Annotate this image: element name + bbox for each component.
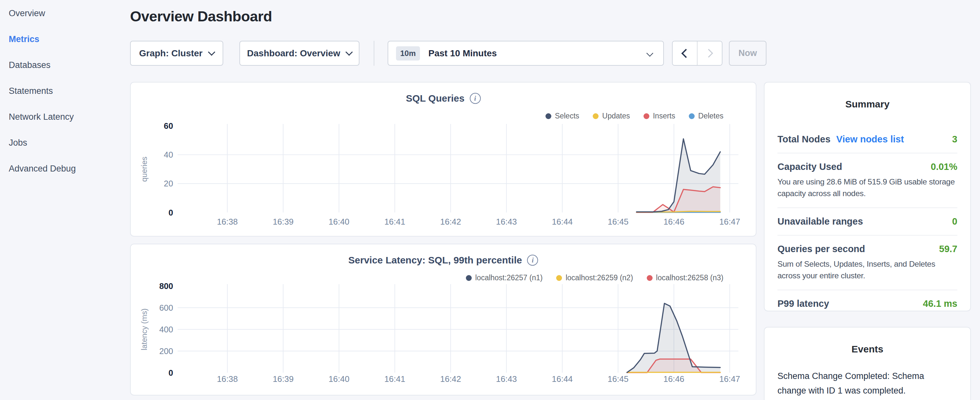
y-tick-label: 600 <box>159 303 173 312</box>
x-tick-label: 16:45 <box>608 217 628 226</box>
events-title: Events <box>778 328 957 355</box>
chevron-right-icon <box>704 49 713 57</box>
summary-row-value: 0.01% <box>931 161 957 172</box>
summary-row-value: 59.7 <box>939 244 957 254</box>
metrics-page: OverviewMetricsDatabasesStatementsNetwor… <box>0 0 980 400</box>
summary-row-value: 46.1 ms <box>923 298 957 309</box>
x-tick-label: 16:44 <box>552 375 573 384</box>
summary-row-p99-latency: P99 latency46.1 ms <box>778 290 957 317</box>
time-range-picker[interactable]: 10m Past 10 Minutes <box>388 41 664 66</box>
x-tick-label: 16:42 <box>440 375 461 384</box>
time-range-badge: 10m <box>396 46 420 61</box>
service-latency-chart-card: Service Latency: SQL, 99th percentile i … <box>130 244 756 395</box>
time-forward-button[interactable] <box>697 41 722 65</box>
summary-rows: Total NodesView nodes list3Capacity Used… <box>778 126 957 317</box>
x-tick-label: 16:41 <box>384 375 405 384</box>
sidebar-item-metrics[interactable]: Metrics <box>9 33 76 45</box>
dashboard-dropdown-label: Dashboard: Overview <box>247 48 340 59</box>
time-back-button[interactable] <box>673 41 697 65</box>
y-tick-label: 60 <box>164 121 173 131</box>
y-axis-label: queries <box>140 157 148 182</box>
x-tick-label: 16:46 <box>663 375 684 384</box>
sidebar-item-advanced-debug[interactable]: Advanced Debug <box>9 163 76 174</box>
summary-row-label: P99 latency <box>778 298 829 309</box>
chart-plot: 16:3816:3916:4016:4116:4216:4316:4416:45… <box>131 83 756 236</box>
x-tick-label: 16:38 <box>217 217 237 226</box>
chevron-down-icon <box>646 50 653 57</box>
summary-title: Summary <box>778 83 957 110</box>
y-tick-label: 40 <box>164 150 173 159</box>
sidebar-item-network-latency[interactable]: Network Latency <box>9 111 76 123</box>
summary-panel: Summary Total NodesView nodes list3Capac… <box>764 82 971 311</box>
graph-dropdown-label: Graph: Cluster <box>139 48 202 59</box>
summary-row-capacity-used: Capacity Used0.01%You are using 28.6 MiB… <box>778 153 957 207</box>
y-axis-label: latency (ms) <box>140 308 148 351</box>
chevron-down-icon <box>345 48 353 56</box>
sidebar-item-jobs[interactable]: Jobs <box>9 137 76 148</box>
x-tick-label: 16:39 <box>273 217 293 226</box>
now-button[interactable]: Now <box>729 41 767 66</box>
dashboard-dropdown[interactable]: Dashboard: Overview <box>239 41 360 66</box>
chevron-left-icon <box>681 49 690 57</box>
x-tick-label: 16:47 <box>719 375 740 384</box>
x-tick-label: 16:39 <box>273 375 293 384</box>
x-tick-label: 16:43 <box>496 375 517 384</box>
sidebar-nav: OverviewMetricsDatabasesStatementsNetwor… <box>9 8 76 189</box>
y-tick-label: 400 <box>159 325 173 334</box>
summary-row-label: Total Nodes <box>778 134 830 145</box>
chart-plot: 16:3816:3916:4016:4116:4216:4316:4416:45… <box>131 244 756 395</box>
x-tick-label: 16:40 <box>329 375 349 384</box>
sidebar-item-overview[interactable]: Overview <box>9 8 76 19</box>
y-tick-label: 800 <box>159 282 173 291</box>
page-title: Overview Dashboard <box>130 8 272 25</box>
sidebar-item-databases[interactable]: Databases <box>9 59 76 71</box>
events-panel: Events Schema Change Completed: Schema c… <box>764 327 971 400</box>
x-tick-label: 16:41 <box>384 217 405 226</box>
x-tick-label: 16:45 <box>608 375 628 384</box>
y-tick-label: 200 <box>159 347 173 356</box>
x-tick-label: 16:40 <box>328 217 349 226</box>
y-tick-label: 20 <box>164 179 173 188</box>
y-tick-label: 0 <box>169 368 173 377</box>
summary-row-value: 0 <box>952 216 957 227</box>
summary-row-value: 3 <box>952 134 957 145</box>
sql-queries-chart-card: SQL Queries i SelectsUpdatesInsertsDelet… <box>130 82 756 237</box>
time-step-buttons <box>672 41 722 66</box>
summary-row-queries-per-second: Queries per second59.7Sum of Selects, Up… <box>778 235 957 290</box>
x-tick-label: 16:47 <box>719 217 740 226</box>
summary-row-unavailable-ranges: Unavailable ranges0 <box>778 207 957 235</box>
x-tick-label: 16:44 <box>552 217 573 226</box>
toolbar-divider <box>374 41 374 66</box>
x-tick-label: 16:42 <box>440 217 461 226</box>
x-tick-label: 16:46 <box>663 217 684 226</box>
summary-row-label: Capacity Used <box>778 161 842 172</box>
chevron-down-icon <box>208 48 215 56</box>
summary-row-description: You are using 28.6 MiB of 515.9 GiB usab… <box>778 176 957 199</box>
time-range-label: Past 10 Minutes <box>428 48 497 59</box>
y-tick-label: 0 <box>169 208 173 217</box>
summary-row-label: Queries per second <box>778 244 865 254</box>
sidebar-item-statements[interactable]: Statements <box>9 85 76 97</box>
summary-row-label: Unavailable ranges <box>778 216 863 227</box>
summary-row-description: Sum of Selects, Updates, Inserts, and De… <box>778 258 957 282</box>
view-nodes-list-link[interactable]: View nodes list <box>836 134 904 145</box>
x-tick-label: 16:43 <box>496 217 517 226</box>
graph-dropdown[interactable]: Graph: Cluster <box>130 41 223 66</box>
summary-row-total-nodes: Total NodesView nodes list3 <box>778 126 957 153</box>
x-tick-label: 16:38 <box>217 375 237 384</box>
event-message[interactable]: Schema Change Completed: Schema change w… <box>778 369 929 398</box>
